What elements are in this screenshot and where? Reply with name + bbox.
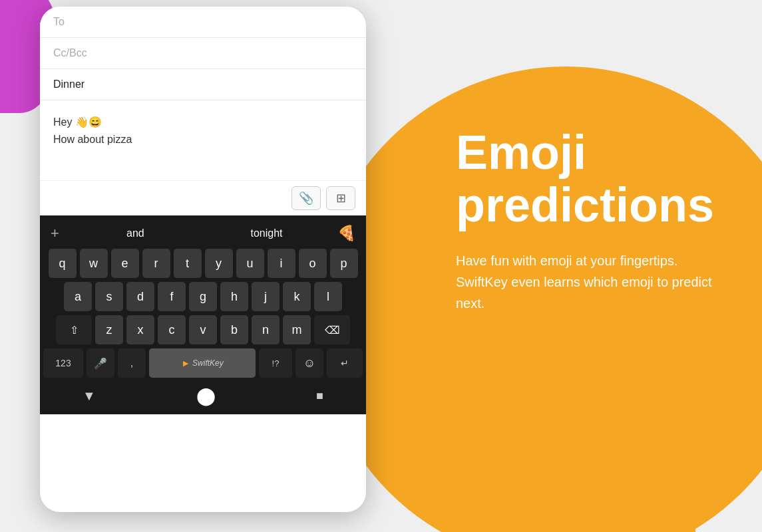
bottom-nav-bar: ▼ ⬤ ■ [43,382,363,410]
key-backspace[interactable]: ⌫ [314,315,350,344]
right-content: Emoji predictions Have fun with emoji at… [416,100,762,340]
key-b[interactable]: b [220,315,248,344]
key-s[interactable]: s [95,282,123,311]
key-z[interactable]: z [95,315,123,344]
email-toolbar: 📎 ⊞ [40,180,366,215]
paperclip-icon: 📎 [299,191,313,205]
key-w[interactable]: w [80,249,108,278]
body-line1: Hey 👋😄 [53,114,353,131]
key-y[interactable]: y [205,249,233,278]
ccbcc-field[interactable]: Cc/Bcc [40,38,366,69]
key-e[interactable]: e [111,249,139,278]
add-button[interactable]: ⊞ [326,186,355,210]
predictions-row: + and tonight 🍕 [43,221,363,249]
to-field[interactable]: To [40,7,366,38]
key-f[interactable]: f [158,282,186,311]
add-icon: ⊞ [336,191,346,205]
email-body[interactable]: Hey 👋😄 How about pizza [40,100,366,180]
prediction-word2[interactable]: tonight [201,225,332,242]
predictions-plus[interactable]: + [51,225,70,242]
key-t[interactable]: t [174,249,202,278]
prediction-word1[interactable]: and [70,225,201,242]
nav-home-button[interactable]: ⬤ [196,386,216,406]
subject-field[interactable]: Dinner [40,69,366,100]
key-d[interactable]: d [126,282,154,311]
phone-mockup: To Cc/Bcc Dinner Hey 👋😄 How about pizza … [40,7,366,512]
key-h[interactable]: h [220,282,248,311]
main-title: Emoji predictions [456,126,722,231]
title-line1: Emoji [456,126,586,179]
key-m[interactable]: m [283,315,311,344]
key-enter[interactable]: ↵ [327,348,363,378]
to-label: To [53,16,106,28]
key-c[interactable]: c [158,315,186,344]
ccbcc-label: Cc/Bcc [53,47,106,59]
key-microphone[interactable]: 🎤 [87,348,114,378]
key-j[interactable]: j [252,282,280,311]
keyboard-row-4: 123 🎤 , ► SwiftKey !? ☺ ↵ [43,348,363,378]
attach-button[interactable]: 📎 [291,186,321,210]
nav-back-button[interactable]: ▼ [83,388,96,404]
key-u[interactable]: u [236,249,264,278]
key-123[interactable]: 123 [43,348,83,378]
key-comma[interactable]: , [118,348,146,378]
key-emoji[interactable]: ☺ [295,348,323,378]
key-n[interactable]: n [252,315,280,344]
subject-value: Dinner [53,78,85,90]
email-compose: To Cc/Bcc Dinner Hey 👋😄 How about pizza … [40,7,366,215]
key-l[interactable]: l [314,282,342,311]
key-r[interactable]: r [142,249,170,278]
keyboard: + and tonight 🍕 q w e r t y u i o p a s … [40,215,366,414]
key-punctuation[interactable]: !? [259,348,292,378]
keyboard-row-1: q w e r t y u i o p [43,249,363,278]
key-g[interactable]: g [189,282,217,311]
title-line2: predictions [456,178,714,231]
prediction-emoji[interactable]: 🍕 [332,225,355,242]
key-x[interactable]: x [126,315,154,344]
key-i[interactable]: i [268,249,295,278]
nav-recents-button[interactable]: ■ [316,389,323,403]
key-k[interactable]: k [283,282,311,311]
key-o[interactable]: o [299,249,327,278]
keyboard-row-3: ⇧ z x c v b n m ⌫ [43,315,363,344]
key-q[interactable]: q [49,249,77,278]
key-shift[interactable]: ⇧ [56,315,92,344]
body-line2: How about pizza [53,131,353,148]
key-a[interactable]: a [64,282,92,311]
key-space[interactable]: ► SwiftKey [149,348,256,378]
keyboard-row-2: a s d f g h j k l [43,282,363,311]
key-v[interactable]: v [189,315,217,344]
subtitle-text: Have fun with emoji at your fingertips. … [456,250,722,314]
key-p[interactable]: p [330,249,358,278]
